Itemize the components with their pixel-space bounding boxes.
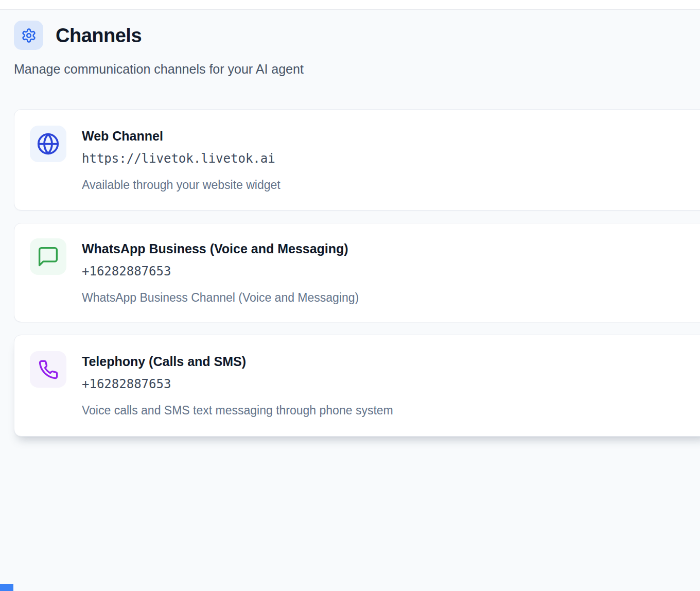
channel-description: Available through your website widget xyxy=(82,177,281,193)
top-bar xyxy=(0,0,700,10)
gear-icon xyxy=(21,28,37,43)
web-channel-icon-badge xyxy=(30,126,66,162)
card-text-block: Telephony (Calls and SMS) +16282887653 V… xyxy=(82,351,393,418)
message-square-icon xyxy=(37,245,60,268)
channel-description: WhatsApp Business Channel (Voice and Mes… xyxy=(82,290,359,305)
page-subtitle: Manage communication channels for your A… xyxy=(14,61,304,77)
channel-card-telephony[interactable]: Telephony (Calls and SMS) +16282887653 V… xyxy=(14,335,700,437)
channel-card-whatsapp[interactable]: WhatsApp Business (Voice and Messaging) … xyxy=(14,223,700,322)
globe-icon xyxy=(37,132,60,155)
channel-name: Web Channel xyxy=(82,127,281,145)
channel-value: https://livetok.livetok.ai xyxy=(82,151,281,166)
channel-value: +16282887653 xyxy=(82,376,393,392)
card-text-block: Web Channel https://livetok.livetok.ai A… xyxy=(82,125,281,193)
channel-name: WhatsApp Business (Voice and Messaging) xyxy=(82,240,359,257)
channel-value: +16282887653 xyxy=(82,264,359,279)
phone-icon xyxy=(38,359,59,380)
channel-card-web[interactable]: Web Channel https://livetok.livetok.ai A… xyxy=(14,109,700,211)
channel-name: Telephony (Calls and SMS) xyxy=(82,353,393,370)
whatsapp-channel-icon-badge xyxy=(30,238,66,275)
bottom-left-partial-element xyxy=(0,584,13,591)
channel-description: Voice calls and SMS text messaging throu… xyxy=(82,403,393,418)
channel-list: Web Channel https://livetok.livetok.ai A… xyxy=(14,109,700,437)
page-title: Channels xyxy=(56,26,142,45)
channels-badge xyxy=(14,21,43,50)
page-header: Channels xyxy=(14,21,142,50)
telephony-channel-icon-badge xyxy=(30,351,66,388)
card-text-block: WhatsApp Business (Voice and Messaging) … xyxy=(82,238,359,305)
